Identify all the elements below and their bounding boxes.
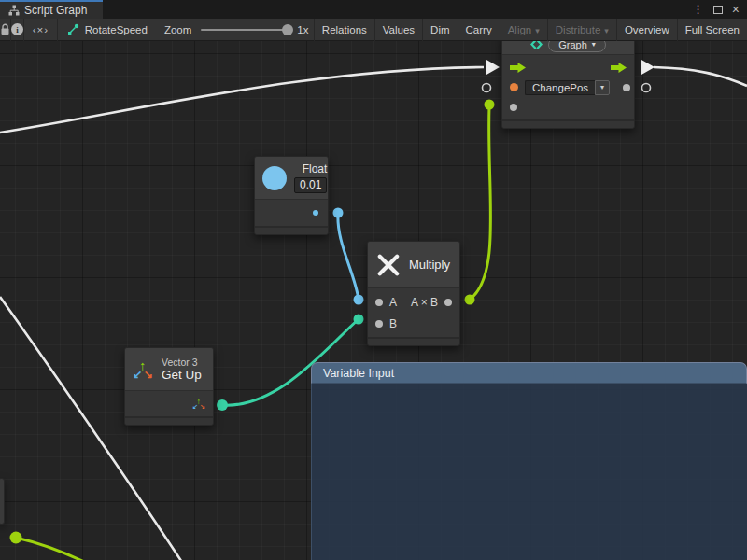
wire-control-in[interactable] [0, 67, 484, 133]
wire-control-out[interactable] [654, 67, 747, 86]
float-title: Float [303, 162, 328, 175]
event-node[interactable]: Graph ▾ ChangePos ▾ [501, 41, 635, 129]
carry-label: Carry [466, 24, 492, 35]
variable-input-header[interactable]: Variable Input [311, 362, 747, 384]
values-button[interactable]: Values [375, 19, 423, 41]
wire-dot-event-input[interactable] [485, 100, 495, 110]
variable-dropdown[interactable]: ChangePos ▾ [525, 80, 610, 95]
zoom-value: 1x [297, 24, 308, 35]
event-node-header[interactable]: Graph ▾ [502, 41, 634, 55]
float-output-port[interactable] [313, 210, 318, 216]
zoom-slider-handle[interactable] [282, 24, 293, 35]
graph-canvas[interactable]: Graph ▾ ChangePos ▾ [0, 41, 747, 560]
graph-dropdown-label: Graph [558, 41, 587, 50]
port-b[interactable] [375, 320, 383, 328]
wire-multiply-to-event[interactable] [470, 106, 491, 300]
graph-dropdown[interactable]: Graph ▾ [548, 41, 606, 52]
variable-port[interactable] [510, 83, 518, 91]
offscreen-node-edge[interactable] [0, 478, 5, 525]
maximize-icon[interactable] [713, 6, 723, 14]
wire-dot-bottom-left[interactable] [10, 532, 22, 544]
tab-bar: Script Graph ⋮ × [0, 0, 747, 19]
flow-out-arrow-icon[interactable] [611, 63, 627, 73]
chevron-down-icon: ▾ [535, 26, 540, 35]
code-preview-button[interactable]: ‹×› [24, 19, 58, 41]
lock-button[interactable] [0, 19, 11, 41]
wire-dot-multiply-a[interactable] [354, 295, 364, 305]
overview-label: Overview [625, 24, 669, 35]
graph-ref-label: RotateSpeed [85, 24, 148, 35]
info-icon: i [11, 23, 23, 35]
wire-dot-float-output[interactable] [333, 208, 344, 218]
wire-dot-vector-output[interactable] [217, 399, 228, 411]
graph-hierarchy-icon [8, 5, 20, 16]
code-icon: ‹×› [33, 24, 49, 35]
menu-icon[interactable]: ⋮ [693, 4, 704, 15]
float-icon [262, 166, 287, 190]
control-in-triangle-port[interactable] [486, 60, 500, 75]
variable-input-title: Variable Input [323, 367, 394, 380]
output-port[interactable] [623, 84, 630, 91]
down-left-arrow-icon: ↙ [133, 369, 142, 380]
window-controls: ⋮ × [693, 0, 747, 19]
variable-dropdown-value[interactable]: ChangePos [525, 80, 595, 95]
carry-button[interactable]: Carry [458, 19, 500, 41]
float-value-field[interactable]: 0.01 [294, 177, 327, 193]
multiply-node-footer [368, 337, 459, 345]
multiply-title: Multiply [409, 258, 450, 272]
full-screen-button[interactable]: Full Screen [678, 19, 747, 41]
vector3-output-port-icon[interactable]: ↑ ↙ ↘ [193, 398, 205, 410]
zoom-control: Zoom 1x [164, 19, 309, 41]
float-node[interactable]: Float 0.01 [254, 156, 329, 235]
distribute-dropdown[interactable]: Distribute ▾ [548, 19, 617, 41]
full-screen-label: Full Screen [685, 24, 740, 35]
close-icon[interactable]: × [732, 3, 740, 16]
hollow-port-left[interactable] [483, 84, 491, 92]
dim-button[interactable]: Dim [423, 19, 458, 41]
control-out-triangle-port[interactable] [641, 60, 655, 75]
tab-bar-spacer [103, 0, 693, 19]
hollow-port-right[interactable] [642, 84, 651, 92]
tab-script-graph[interactable]: Script Graph [0, 0, 103, 19]
multiply-node-body: A A × B B [368, 288, 459, 337]
overview-button[interactable]: Overview [617, 19, 678, 41]
distribute-label: Distribute [556, 24, 601, 35]
inspect-button[interactable]: i [11, 19, 24, 41]
port-result[interactable] [444, 299, 452, 306]
event-node-body: ChangePos ▾ [502, 55, 634, 119]
float-node-footer [255, 226, 328, 234]
value-input-port[interactable] [510, 104, 517, 111]
relations-button[interactable]: Relations [315, 19, 375, 41]
wire-float-to-multiply[interactable] [338, 213, 359, 300]
down-right-arrow-icon: ↘ [144, 369, 153, 380]
relations-label: Relations [322, 24, 367, 35]
graph-reference-breadcrumb[interactable]: RotateSpeed [58, 19, 157, 41]
vector-node-footer [125, 416, 213, 425]
vector-type-label: Vector 3 [162, 357, 198, 368]
float-node-header[interactable]: Float 0.01 [255, 157, 328, 200]
port-a-label: A [389, 296, 397, 309]
vector-title: Get Up [162, 368, 202, 383]
multiply-node-header[interactable]: Multiply [368, 242, 459, 288]
multiply-node[interactable]: Multiply A A × B B [367, 241, 460, 346]
event-node-footer [502, 119, 634, 128]
graph-teal-icon [530, 41, 543, 49]
flow-in-arrow-icon[interactable] [510, 63, 526, 73]
zoom-slider[interactable] [201, 29, 289, 31]
zoom-label: Zoom [164, 24, 191, 35]
variable-dropdown-button[interactable]: ▾ [595, 80, 610, 95]
variable-input-group[interactable]: Variable Input [311, 362, 747, 560]
wire-dot-multiply-b[interactable] [354, 315, 364, 325]
wire-lime-bottom-left[interactable] [16, 538, 103, 560]
vector3-get-up-node[interactable]: ↑ ↙ ↘ Vector 3 Get Up ↑ ↙ ↘ [124, 347, 214, 426]
vector-node-body: ↑ ↙ ↘ [125, 391, 213, 416]
wire-white-diagonal[interactable] [0, 297, 187, 560]
vector-node-header[interactable]: ↑ ↙ ↘ Vector 3 Get Up [125, 348, 213, 391]
float-node-body [255, 200, 328, 226]
port-a[interactable] [375, 299, 383, 306]
wire-dot-multiply-result[interactable] [465, 295, 475, 305]
vector-header-text: Vector 3 Get Up [162, 357, 202, 383]
variable-input-body[interactable] [311, 384, 747, 560]
event-variable-row: ChangePos ▾ [502, 77, 634, 97]
align-dropdown[interactable]: Align ▾ [500, 19, 548, 41]
